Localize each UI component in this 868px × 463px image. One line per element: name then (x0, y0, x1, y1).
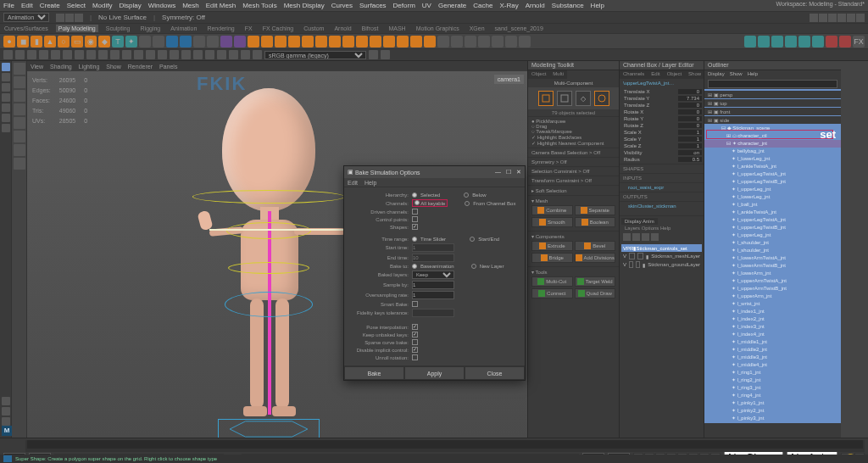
shelf-right-icon[interactable] (798, 36, 810, 47)
layer-icon[interactable] (623, 233, 631, 241)
layout-icon[interactable] (2, 397, 10, 405)
outliner-item[interactable]: ✦ l_ring4_jnt (704, 392, 841, 399)
shelf-tool-icon[interactable] (437, 36, 449, 47)
end-field[interactable] (412, 254, 454, 262)
maximize-icon[interactable]: ☐ (506, 169, 511, 176)
menu-mesh[interactable]: Mesh (182, 2, 199, 9)
face-mode-icon[interactable] (594, 91, 609, 106)
shelf-tool-icon[interactable] (261, 36, 273, 47)
dlg-help[interactable]: Help (364, 180, 376, 186)
last-tool-icon[interactable] (2, 124, 10, 132)
bevel-button[interactable]: Bevel (575, 241, 616, 251)
rotate-tool-icon[interactable] (2, 103, 10, 112)
shelf-disc-icon[interactable]: ◉ (85, 36, 97, 47)
boolean-button[interactable]: Boolean (575, 217, 616, 227)
outliner-item[interactable]: ✦ l_lowerLeg_jnt (704, 155, 841, 163)
outliner-item[interactable]: ✦ l_index4_jnt (704, 331, 841, 338)
extrude-button[interactable]: Extrude (531, 241, 573, 251)
menu-meshtools[interactable]: Mesh Tools (242, 2, 276, 9)
menu-uv[interactable]: UV (422, 2, 431, 9)
panel-toggle-icon[interactable] (14, 90, 25, 102)
cb-tab[interactable]: Channels (620, 70, 648, 79)
layer-row[interactable]: V▮ Stickman_groundLayer (621, 260, 702, 269)
radio[interactable] (470, 237, 475, 242)
checkbox[interactable] (412, 347, 418, 353)
attr-field[interactable]: 0 (678, 103, 702, 108)
vp-icon[interactable] (75, 50, 84, 59)
vp-icon[interactable] (229, 50, 238, 59)
shelf-tab[interactable]: Rendering (204, 25, 236, 32)
radio[interactable] (415, 200, 420, 205)
radio[interactable] (464, 192, 469, 198)
layer-tab[interactable]: Display Anim (621, 218, 658, 225)
dialog-titlebar[interactable]: ▣ Bake Simulation Options — ☐ ✕ (344, 166, 525, 178)
outliner-item[interactable]: ✦ l_index2_jnt (704, 315, 841, 323)
shelf-type-icon[interactable]: T (112, 36, 124, 47)
vp-icon[interactable] (217, 50, 226, 59)
outliner-item[interactable]: ✦ l_upperLegTwistB_jnt (704, 224, 841, 232)
shelf-tab[interactable]: Rigging (138, 25, 164, 32)
outliner-item[interactable]: ✦ l_pinky1_jnt (704, 399, 841, 407)
maya-logo-icon[interactable]: M (2, 426, 12, 436)
vp-icon[interactable] (205, 50, 214, 59)
outliner-item[interactable]: ✦ l_shoulder_jnt (704, 247, 841, 254)
ol-tab[interactable]: Display (708, 71, 725, 78)
outliner-item[interactable]: ✦ l_ring2_jnt (704, 377, 841, 384)
radio[interactable] (412, 264, 417, 269)
menu-meshdisplay[interactable]: Mesh Display (284, 2, 325, 9)
shelf-tool-icon[interactable] (424, 36, 436, 47)
attr-field[interactable]: 0.5 (678, 157, 702, 162)
shelf-tool-icon[interactable] (153, 36, 164, 47)
radio[interactable] (465, 201, 470, 206)
outliner-item[interactable]: ✦ l_ring3_jnt (704, 384, 841, 392)
attr-field[interactable]: 0 (678, 116, 702, 121)
shelf-cube-icon[interactable]: ◼ (17, 36, 29, 47)
shelf-tool-icon[interactable] (492, 36, 504, 47)
shelf-tool-icon[interactable] (248, 36, 259, 47)
status-icon[interactable] (856, 14, 865, 22)
vp-icon[interactable] (241, 50, 250, 59)
outliner-item[interactable]: ✦ l_lowerLeg_jnt (704, 193, 841, 201)
shelf-tool-icon[interactable] (519, 36, 531, 47)
menu-cache[interactable]: Cache (473, 2, 492, 9)
attr-field[interactable]: 1 (678, 143, 702, 148)
shelf-tool-icon[interactable] (478, 36, 490, 47)
vp-icon[interactable] (146, 50, 155, 59)
attr-field[interactable]: 1 (678, 137, 702, 142)
close-button[interactable]: Close (465, 366, 525, 380)
vp-icon[interactable] (193, 50, 203, 59)
radio[interactable] (412, 192, 417, 198)
status-icon[interactable] (810, 14, 818, 22)
pick-opt[interactable]: ✓ Highlight Nearest Component (531, 140, 615, 146)
panel-toggle-icon[interactable] (14, 131, 25, 142)
close-icon[interactable]: ✕ (516, 169, 521, 176)
shelf-tab[interactable]: Custom (301, 25, 326, 32)
shelf-tab[interactable]: Curves/Surfaces (2, 25, 51, 32)
outliner-toggle-icon[interactable] (14, 63, 25, 75)
outliner-tree[interactable]: ⊞ ▣ persp ⊞ ▣ top ⊞ ▣ front ⊞ ▣ side set… (704, 89, 841, 423)
symmetry-sel[interactable]: Symmetry > Off (528, 157, 619, 166)
shelf-tool-icon[interactable] (315, 36, 327, 47)
dlg-edit[interactable]: Edit (348, 180, 358, 186)
fidelity-field[interactable] (412, 309, 454, 317)
targetweld-button[interactable]: Target Weld (575, 276, 616, 287)
move-tool-icon[interactable] (2, 93, 10, 102)
outliner-item[interactable]: ⊟ ✦ character_jnt (704, 140, 841, 148)
shelf-right-icon[interactable] (812, 36, 824, 47)
attr-field[interactable]: on (678, 150, 702, 155)
outliner-item[interactable]: ✦ l_lowerArmTwistB_jnt (704, 262, 841, 270)
shelf-prim-icon[interactable]: ◆ (98, 36, 110, 47)
cb-tab[interactable]: Show (685, 70, 704, 79)
outliner-item[interactable]: ✦ l_pinky3_jnt (704, 415, 841, 422)
menu-file[interactable]: File (3, 2, 14, 9)
adddiv-button[interactable]: Add Divisions (575, 253, 616, 263)
output-node[interactable]: skinCluster_stickman (620, 201, 704, 210)
checkbox[interactable] (412, 216, 418, 222)
vp-icon[interactable] (98, 50, 108, 59)
start-field[interactable] (412, 243, 454, 252)
outliner-item[interactable]: ✦ l_ball_jnt (704, 201, 841, 209)
menu-create[interactable]: Create (40, 2, 60, 9)
outliner-search[interactable] (708, 80, 837, 88)
vp-icon[interactable] (181, 50, 191, 59)
shelf-tab[interactable]: FX Caching (260, 25, 297, 32)
